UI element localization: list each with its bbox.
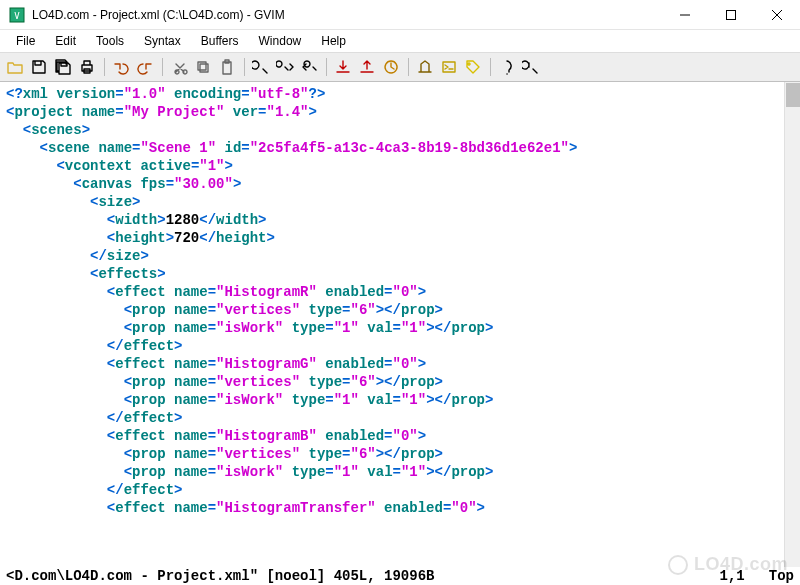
find-prev-button[interactable] <box>298 56 320 78</box>
editor-text-area[interactable]: <?xml version="1.0" encoding="utf-8"?><p… <box>0 82 784 567</box>
code-line[interactable]: <prop name="vertices" type="6"></prop> <box>6 445 778 463</box>
menu-help[interactable]: Help <box>311 32 356 50</box>
code-line[interactable]: <size> <box>6 193 778 211</box>
code-line[interactable]: <vcontext active="1"> <box>6 157 778 175</box>
code-token <box>6 122 23 138</box>
code-line[interactable]: <project name="My Project" ver="1.4"> <box>6 103 778 121</box>
code-line[interactable]: <effect name="HistogramTransfer" enabled… <box>6 499 778 517</box>
code-token: < <box>107 284 115 300</box>
help-button[interactable] <box>496 56 518 78</box>
open-button[interactable] <box>4 56 26 78</box>
run-script-button[interactable] <box>380 56 402 78</box>
code-line[interactable]: <prop name="vertices" type="6"></prop> <box>6 373 778 391</box>
redo-button[interactable] <box>134 56 156 78</box>
paste-button[interactable] <box>216 56 238 78</box>
save-all-button[interactable] <box>52 56 74 78</box>
code-token: canvas <box>82 176 141 192</box>
status-file-info: <D.com\LO4D.com - Project.xml" [noeol] 4… <box>6 567 720 585</box>
code-line[interactable]: <canvas fps="30.00"> <box>6 175 778 193</box>
code-token: = <box>384 284 392 300</box>
code-token: "1.0" <box>124 86 166 102</box>
scrollbar-thumb[interactable] <box>786 83 800 107</box>
code-line[interactable]: <height>720</height> <box>6 229 778 247</box>
code-token: effect <box>124 338 174 354</box>
undo-button[interactable] <box>110 56 132 78</box>
code-token: > <box>267 230 275 246</box>
save-icon <box>30 58 48 76</box>
code-token: type <box>300 302 342 318</box>
code-token: < <box>124 374 132 390</box>
code-line[interactable]: <width>1280</width> <box>6 211 778 229</box>
code-token: effect <box>115 356 174 372</box>
code-line[interactable]: <prop name="isWork" type="1" val="1"></p… <box>6 391 778 409</box>
code-token: "6" <box>351 302 376 318</box>
code-token: "1" <box>401 320 426 336</box>
code-line[interactable]: </effect> <box>6 409 778 427</box>
code-token: enabled <box>317 356 384 372</box>
code-token: encoding <box>166 86 242 102</box>
code-token: name <box>174 374 208 390</box>
code-token: > <box>132 194 140 210</box>
code-token: = <box>115 86 123 102</box>
close-button[interactable] <box>754 0 800 29</box>
find-next-button[interactable] <box>274 56 296 78</box>
menu-file[interactable]: File <box>6 32 45 50</box>
code-token: = <box>208 374 216 390</box>
code-token: ></ <box>376 374 401 390</box>
menu-tools[interactable]: Tools <box>86 32 134 50</box>
save-session-button[interactable] <box>356 56 378 78</box>
code-token: name <box>174 428 208 444</box>
code-line[interactable]: <effect name="HistogramB" enabled="0"> <box>6 427 778 445</box>
code-token <box>6 140 40 156</box>
code-token: < <box>23 122 31 138</box>
maximize-button[interactable] <box>708 0 754 29</box>
code-token: = <box>384 356 392 372</box>
code-token: size <box>98 194 132 210</box>
cut-button[interactable] <box>168 56 190 78</box>
code-line[interactable]: <prop name="vertices" type="6"></prop> <box>6 301 778 319</box>
code-token: prop <box>132 446 174 462</box>
menu-edit[interactable]: Edit <box>45 32 86 50</box>
code-token: effect <box>124 482 174 498</box>
code-token: val <box>359 392 393 408</box>
make-button[interactable] <box>414 56 436 78</box>
code-token: ver <box>224 104 258 120</box>
copy-button[interactable] <box>192 56 214 78</box>
code-token: > <box>174 482 182 498</box>
code-token: </ <box>107 482 124 498</box>
menu-buffers[interactable]: Buffers <box>191 32 249 50</box>
shell-button[interactable] <box>438 56 460 78</box>
load-session-button[interactable] <box>332 56 354 78</box>
code-line[interactable]: </effect> <box>6 481 778 499</box>
code-token: "0" <box>451 500 476 516</box>
find-help-button[interactable] <box>520 56 542 78</box>
code-line[interactable]: <scenes> <box>6 121 778 139</box>
minimize-button[interactable] <box>662 0 708 29</box>
code-token: < <box>56 158 64 174</box>
toolbar-separator <box>486 56 494 78</box>
code-token: "isWork" <box>216 392 283 408</box>
code-line[interactable]: <prop name="isWork" type="1" val="1"></p… <box>6 463 778 481</box>
code-line[interactable]: <scene name="Scene 1" id="2c5fa4f5-a13c-… <box>6 139 778 157</box>
code-token: = <box>393 392 401 408</box>
code-token: enabled <box>317 428 384 444</box>
code-line[interactable]: </size> <box>6 247 778 265</box>
code-line[interactable]: <effect name="HistogramG" enabled="0"> <box>6 355 778 373</box>
find-button[interactable] <box>250 56 272 78</box>
code-line[interactable]: </effect> <box>6 337 778 355</box>
code-line[interactable]: <?xml version="1.0" encoding="utf-8"?> <box>6 85 778 103</box>
menu-window[interactable]: Window <box>249 32 312 50</box>
code-line[interactable]: <prop name="isWork" type="1" val="1"></p… <box>6 319 778 337</box>
code-token: ></ <box>376 302 401 318</box>
code-token: prop <box>401 302 435 318</box>
vertical-scrollbar[interactable] <box>784 82 800 567</box>
code-line[interactable]: <effects> <box>6 265 778 283</box>
code-token: = <box>208 464 216 480</box>
print-button[interactable] <box>76 56 98 78</box>
find-help-icon <box>522 58 540 76</box>
save-button[interactable] <box>28 56 50 78</box>
tag-button[interactable] <box>462 56 484 78</box>
menu-syntax[interactable]: Syntax <box>134 32 191 50</box>
toolbar <box>0 52 800 82</box>
code-line[interactable]: <effect name="HistogramR" enabled="0"> <box>6 283 778 301</box>
